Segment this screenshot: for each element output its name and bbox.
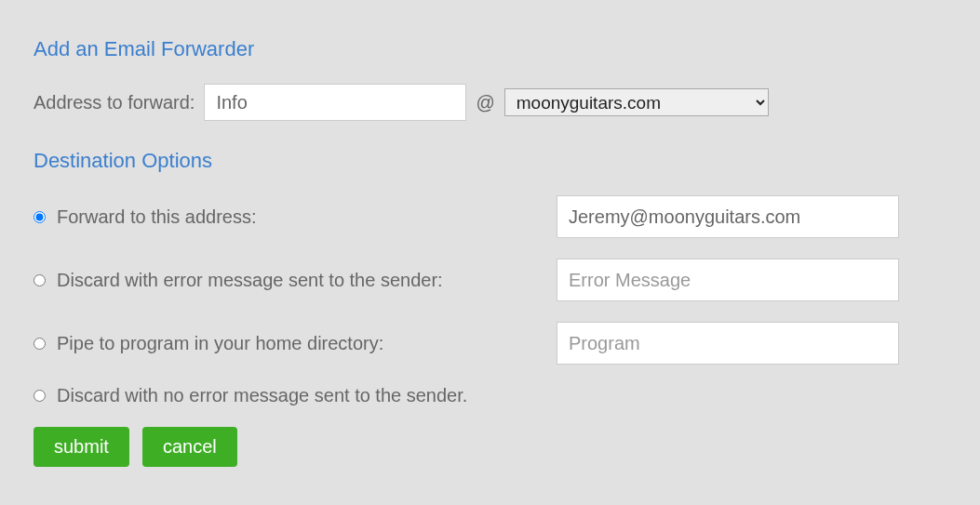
program-input[interactable] — [557, 322, 899, 365]
address-label: Address to forward: — [34, 92, 195, 113]
forward-address-input[interactable] — [557, 195, 899, 238]
option-discard-silent-radio[interactable] — [34, 390, 46, 402]
option-forward-radio[interactable] — [34, 211, 46, 223]
option-pipe-text: Pipe to program in your home directory: — [57, 333, 383, 354]
address-input[interactable] — [204, 84, 466, 121]
option-discard-error-text: Discard with error message sent to the s… — [57, 270, 443, 291]
button-row: submit cancel — [34, 427, 946, 467]
destination-options: Forward to this address: Discard with er… — [34, 195, 946, 406]
option-pipe-label-group[interactable]: Pipe to program in your home directory: — [34, 333, 557, 354]
option-discard-error-label-group[interactable]: Discard with error message sent to the s… — [34, 270, 557, 291]
error-message-input[interactable] — [557, 259, 899, 301]
domain-select[interactable]: moonyguitars.com — [504, 88, 769, 116]
address-row: Address to forward: @ moonyguitars.com — [34, 84, 946, 121]
option-discard-silent-label-group[interactable]: Discard with no error message sent to th… — [34, 385, 557, 406]
cancel-button[interactable]: cancel — [142, 427, 237, 467]
destination-heading: Destination Options — [34, 149, 946, 173]
option-forward-label-group[interactable]: Forward to this address: — [34, 206, 557, 228]
option-discard-error-row: Discard with error message sent to the s… — [34, 259, 946, 301]
option-pipe-row: Pipe to program in your home directory: — [34, 322, 946, 365]
email-forwarder-panel: Add an Email Forwarder Address to forwar… — [0, 0, 980, 505]
option-discard-silent-text: Discard with no error message sent to th… — [57, 385, 467, 406]
option-forward-text: Forward to this address: — [57, 206, 257, 228]
submit-button[interactable]: submit — [34, 427, 129, 467]
main-heading: Add an Email Forwarder — [34, 37, 946, 61]
at-symbol: @ — [476, 92, 494, 113]
option-discard-error-radio[interactable] — [34, 274, 46, 286]
option-forward-row: Forward to this address: — [34, 195, 946, 238]
option-pipe-radio[interactable] — [34, 338, 46, 350]
option-discard-silent-row: Discard with no error message sent to th… — [34, 385, 946, 406]
